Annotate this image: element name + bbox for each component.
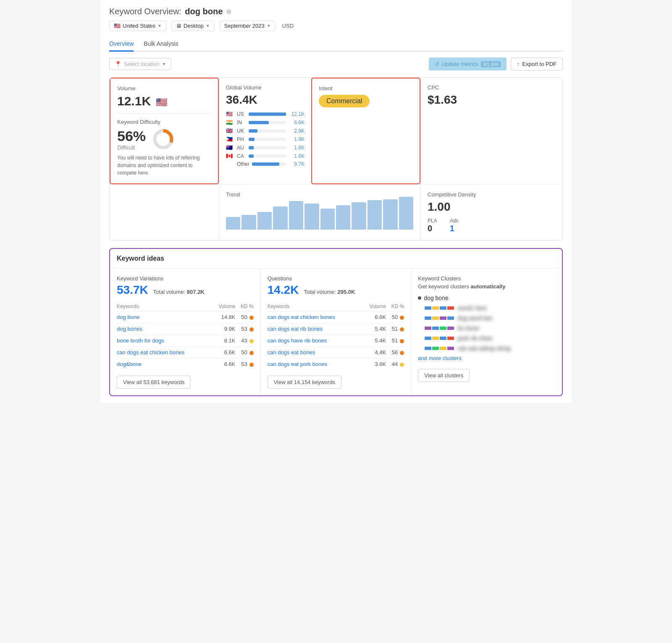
country-row-in: 🇮🇳 IN 6.6K: [226, 119, 304, 125]
kw-link[interactable]: bone broth for dogs: [117, 335, 212, 347]
volume-card: Volume 12.1K 🇺🇸 Keyword Difficulty 56% D…: [110, 78, 219, 184]
cluster-item: dog word two: [425, 315, 555, 322]
kd-donut-chart: [152, 128, 175, 151]
kw-link[interactable]: can dogs eat chicken bones: [117, 347, 212, 358]
and-more-clusters-link[interactable]: and more clusters: [418, 355, 555, 361]
trend-card: Trend: [219, 185, 420, 240]
filter-bar: 🇺🇸 United States ▼ 🖥 Desktop ▼ September…: [109, 21, 563, 31]
variations-label: Keyword Variations: [117, 275, 254, 282]
table-row: can dogs have rib bones 5.4K 51: [268, 335, 404, 347]
tabs: Overview Bulk Analysis: [109, 37, 563, 52]
kw-link[interactable]: dog bones: [117, 323, 212, 335]
location-flag: 🇺🇸: [114, 23, 121, 29]
export-icon: ↑: [517, 61, 520, 67]
device-filter[interactable]: 🖥 Desktop ▼: [171, 21, 215, 31]
intent-label: Intent: [319, 85, 413, 91]
table-row: can dogs eat bones 4.4K 56: [268, 347, 404, 358]
kw-link[interactable]: dog&bone: [117, 358, 212, 370]
select-location-input[interactable]: 📍 Select location ▼: [109, 58, 171, 70]
location-filter[interactable]: 🇺🇸 United States ▼: [109, 21, 166, 31]
select-location-label: Select location: [124, 61, 160, 67]
q-kw-link[interactable]: can dogs eat rib bones: [268, 323, 362, 335]
table-row: dog&bone 6.6K 53: [117, 358, 254, 370]
trend-label: Trend: [226, 191, 413, 198]
cpc-label: CPC: [428, 84, 556, 91]
table-row: can dogs eat pork bones 3.6K 44: [268, 358, 404, 370]
action-bar: 📍 Select location ▼ ↺ Update metrics 0/1…: [109, 58, 563, 71]
country-row-ca: 🇨🇦 CA 1.6K: [226, 153, 304, 159]
keyword-ideas-body: Keyword Variations 53.7K Total volume: 8…: [110, 269, 562, 395]
questions-label: Questions: [268, 275, 404, 282]
view-all-variations-button[interactable]: View all 53,681 keywords: [117, 376, 191, 389]
clusters-label: Keyword Clusters: [418, 275, 555, 282]
keyword-variations-col: Keyword Variations 53.7K Total volume: 8…: [110, 269, 261, 395]
questions-count: 14.2K: [268, 283, 299, 296]
refresh-icon: ↺: [435, 61, 439, 67]
cluster-item: word1 here: [425, 305, 555, 311]
cluster-item: for bone: [425, 325, 555, 332]
q-col-header-kd: KD %: [386, 302, 404, 311]
country-bars: 🇺🇸 US 12.1K 🇮🇳 IN 6.6K 🇬🇧 UK: [226, 111, 304, 167]
global-volume-value: 36.4K: [226, 93, 304, 107]
q-kw-link[interactable]: can dogs have rib bones: [268, 335, 362, 347]
update-metrics-button[interactable]: ↺ Update metrics 0/1,000: [429, 58, 507, 71]
variations-total: Total volume: 807.2K: [153, 289, 205, 295]
period-label: September 2023: [224, 23, 265, 29]
table-row: can dogs eat chicken bones 6.6K 50: [268, 311, 404, 323]
export-pdf-button[interactable]: ↑ Export to PDF: [511, 58, 563, 71]
cluster-bars: [425, 327, 454, 330]
cluster-text: word1 here: [457, 305, 487, 311]
cluster-text: can eat eating string: [457, 345, 510, 352]
pin-icon: 📍: [115, 61, 121, 67]
cpc-card: CPC $1.63: [420, 78, 562, 184]
kd-value: 56%: [117, 128, 146, 144]
cluster-main-keyword: dog bone: [418, 295, 555, 301]
cluster-item: pork rib chew: [425, 335, 555, 342]
country-row-other: Other 9.7K: [226, 161, 304, 167]
device-icon: 🖥: [176, 23, 181, 29]
cluster-bars: [425, 337, 454, 340]
page-title-prefix: Keyword Overview:: [109, 7, 181, 16]
location-label: United States: [123, 23, 155, 29]
tab-overview[interactable]: Overview: [109, 37, 134, 52]
view-all-clusters-button[interactable]: View all clusters: [418, 369, 470, 382]
kd-rating: Difficult: [117, 144, 146, 151]
cluster-bars: [425, 316, 454, 320]
q-col-header-volume: Volume: [362, 302, 386, 311]
add-keyword-icon[interactable]: ⊕: [226, 8, 231, 16]
q-col-header-keywords: Keywords: [268, 302, 362, 311]
keyword-title: dog bone: [185, 7, 223, 16]
kd-label: Keyword Difficulty: [117, 119, 211, 125]
table-row: dog bone 14.8K 50: [117, 311, 254, 323]
export-label: Export to PDF: [522, 61, 556, 67]
device-chevron: ▼: [206, 24, 210, 28]
questions-col: Questions 14.2K Total volume: 295.0K Key…: [261, 269, 412, 395]
kd-description: You will need to have lots of referring …: [117, 154, 211, 177]
q-kw-link[interactable]: can dogs eat bones: [268, 347, 362, 358]
pla-item: PLA 0: [428, 218, 437, 233]
location-dropdown-chevron: ▼: [162, 62, 166, 66]
device-label: Desktop: [184, 23, 204, 29]
view-all-questions-button[interactable]: View all 14,154 keywords: [268, 376, 341, 389]
col-header-kd: KD %: [236, 302, 254, 311]
period-filter[interactable]: September 2023 ▼: [220, 21, 276, 31]
pla-value: 0: [428, 224, 437, 233]
tab-bulk-analysis[interactable]: Bulk Analysis: [144, 37, 178, 52]
table-row: dog bones 9.9K 53: [117, 323, 254, 335]
clusters-description: Get keyword clusters automatically: [418, 283, 555, 290]
volume-flag: 🇺🇸: [156, 97, 167, 107]
volume-label: Volume: [117, 85, 211, 91]
q-kw-link[interactable]: can dogs eat pork bones: [268, 358, 362, 370]
action-buttons: ↺ Update metrics 0/1,000 ↑ Export to PDF: [429, 58, 563, 71]
intent-badge: Commercial: [319, 95, 370, 107]
global-volume-card: Global Volume 36.4K 🇺🇸 US 12.1K 🇮🇳 IN: [219, 78, 311, 184]
col-header-keywords: Keywords: [117, 302, 212, 311]
questions-table: Keywords Volume KD % can dogs eat chicke…: [268, 302, 404, 370]
kw-link[interactable]: dog bone: [117, 311, 212, 323]
q-kw-link[interactable]: can dogs eat chicken bones: [268, 311, 362, 323]
keyword-ideas-header: Keyword ideas: [110, 249, 562, 269]
update-count-badge: 0/1,000: [481, 61, 501, 67]
variations-table: Keywords Volume KD % dog bone 14.8K 50 d…: [117, 302, 254, 370]
global-volume-label: Global Volume: [226, 84, 304, 91]
country-row-ph: 🇵🇭 PH 1.9K: [226, 136, 304, 142]
